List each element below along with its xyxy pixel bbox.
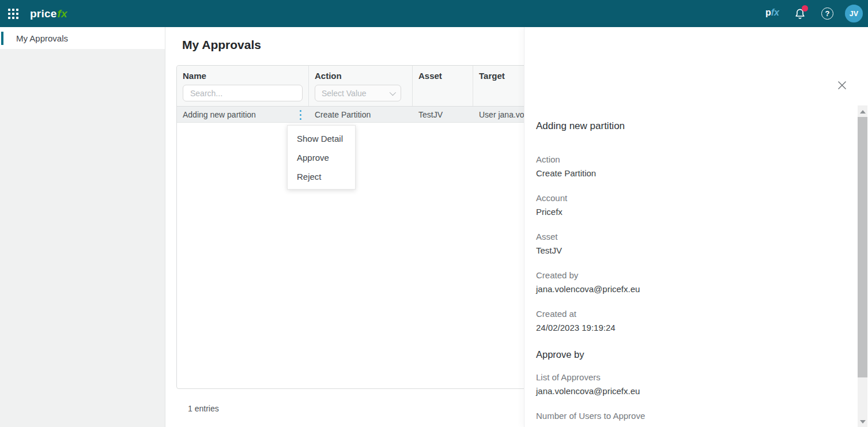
row-actions-kebab-icon[interactable] <box>297 110 304 120</box>
mini-logo-p: p <box>765 7 771 17</box>
menu-item-reject[interactable]: Reject <box>288 167 355 186</box>
action-filter-select[interactable]: Select Value <box>315 85 401 101</box>
help-button[interactable]: ? <box>821 7 833 20</box>
app-screen: pricefx pfx ? JV My Approvals My Approva… <box>0 0 868 427</box>
field-value: Pricefx <box>536 205 850 219</box>
name-search-input[interactable] <box>183 85 303 101</box>
column-action: Action Select Value <box>309 66 413 106</box>
top-bar-right: pfx ? JV <box>753 0 868 27</box>
field-asset: Asset TestJV <box>536 230 850 258</box>
pfx-mini-logo[interactable]: pfx <box>765 7 779 18</box>
field-value: 24/02/2023 19:19:24 <box>536 321 850 335</box>
approvals-table: Name Action Select Value Asset Target Ad… <box>176 65 576 389</box>
select-placeholder: Select Value <box>322 89 367 98</box>
panel-title: Adding new partition <box>536 119 850 133</box>
field-label: Created by <box>536 269 850 282</box>
chevron-down-icon <box>390 89 396 95</box>
scrollbar-down-arrow-icon[interactable] <box>860 420 866 424</box>
mini-logo-fx: fx <box>771 7 779 17</box>
apps-grid-icon[interactable] <box>8 9 18 19</box>
field-value: jana.volencova@pricefx.eu <box>536 384 850 398</box>
column-asset: Asset <box>413 66 473 106</box>
field-value: jana.volencova@pricefx.eu <box>536 282 850 296</box>
column-header-asset: Asset <box>418 71 467 81</box>
row-actions-menu: Show Detail Approve Reject <box>287 125 356 190</box>
field-list-of-approvers: List of Approvers jana.volencova@pricefx… <box>536 371 850 398</box>
scrollbar-thumb[interactable] <box>858 117 867 377</box>
table-header-row: Name Action Select Value Asset Target <box>177 66 576 107</box>
panel-scrollbar[interactable] <box>858 105 867 427</box>
panel-content: Adding new partition Action Create Parti… <box>536 119 850 427</box>
top-bar: pricefx pfx ? JV <box>0 0 868 27</box>
sidebar: My Approvals <box>0 27 165 427</box>
menu-item-show-detail[interactable]: Show Detail <box>288 129 355 148</box>
menu-item-approve[interactable]: Approve <box>288 148 355 167</box>
approve-by-heading: Approve by <box>536 347 850 361</box>
field-label: Asset <box>536 230 850 244</box>
table-row[interactable]: Adding new partition Create Partition Te… <box>177 107 576 123</box>
row-cell-action: Create Partition <box>309 110 413 119</box>
detail-panel: Adding new partition Action Create Parti… <box>524 27 868 427</box>
field-value: 1 <box>536 423 850 427</box>
field-label: Account <box>536 191 850 205</box>
avatar-initials: JV <box>850 10 858 18</box>
field-account: Account Pricefx <box>536 191 850 219</box>
field-label: Action <box>536 153 850 167</box>
field-value: TestJV <box>536 244 850 258</box>
sidebar-item-my-approvals[interactable]: My Approvals <box>0 27 165 49</box>
notification-badge <box>802 5 808 12</box>
pricefx-logo[interactable]: pricefx <box>30 7 67 20</box>
notifications-button[interactable] <box>794 7 806 20</box>
active-item-accent-bar <box>1 32 3 45</box>
close-icon[interactable] <box>837 81 847 90</box>
field-value: Create Partition <box>536 167 850 180</box>
scrollbar-up-arrow-icon[interactable] <box>860 110 866 114</box>
logo-price-text: price <box>30 7 56 20</box>
field-number-of-users: Number of Users to Approve 1 <box>536 409 850 427</box>
entries-count: 1 entries <box>188 404 219 413</box>
column-header-action: Action <box>315 71 406 81</box>
field-created-at: Created at 24/02/2023 19:19:24 <box>536 307 850 335</box>
field-label: Created at <box>536 307 850 321</box>
sidebar-item-label: My Approvals <box>16 33 68 43</box>
column-name: Name <box>177 66 309 106</box>
field-action: Action Create Partition <box>536 153 850 180</box>
field-created-by: Created by jana.volencova@pricefx.eu <box>536 269 850 296</box>
user-avatar[interactable]: JV <box>845 5 863 22</box>
row-cell-asset: TestJV <box>413 110 473 119</box>
logo-fx-text: fx <box>57 7 67 20</box>
field-label: Number of Users to Approve <box>536 409 850 423</box>
column-header-name: Name <box>183 71 303 81</box>
field-label: List of Approvers <box>536 371 850 384</box>
question-mark-icon: ? <box>825 9 830 18</box>
page-title: My Approvals <box>182 38 261 52</box>
row-cell-name: Adding new partition <box>177 110 309 119</box>
